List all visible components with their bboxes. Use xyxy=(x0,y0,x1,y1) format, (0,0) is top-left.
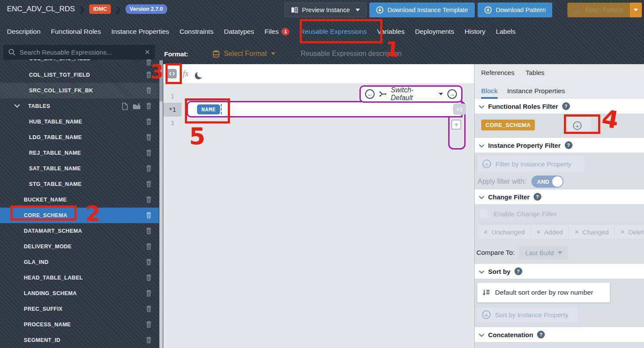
code-view-icon[interactable] xyxy=(167,69,177,78)
list-item[interactable]: PREC_SUFFIX xyxy=(0,301,159,317)
trash-icon[interactable] xyxy=(146,165,152,173)
trash-icon[interactable] xyxy=(146,243,152,251)
help-icon[interactable]: ? xyxy=(534,193,541,201)
help-icon[interactable]: ? xyxy=(562,102,570,110)
expression-description-field[interactable]: Reusable Expression description xyxy=(301,50,401,58)
instance-property-filter-header[interactable]: Instance Property Filter ? xyxy=(475,138,644,153)
breadcrumb-project[interactable]: ENC_ADV_CL_RDS xyxy=(7,5,75,13)
trash-icon[interactable] xyxy=(146,196,152,205)
sidebar-scrollbar-thumb[interactable] xyxy=(159,60,163,101)
fetch-pattern-dropdown-button[interactable] xyxy=(630,3,642,17)
trash-icon[interactable] xyxy=(146,305,152,314)
tab-block[interactable]: Block xyxy=(481,87,498,99)
tab-deployments[interactable]: Deployments xyxy=(415,25,454,43)
tab-instance-properties[interactable]: Instance Properties xyxy=(111,25,169,43)
change-filter-header[interactable]: Change Filter ? xyxy=(475,189,644,204)
list-item[interactable]: HUB_TABLE_NAME xyxy=(0,114,159,130)
filter-by-instance-property-button[interactable]: + Filter by Instance Property xyxy=(478,156,584,172)
trash-icon[interactable] xyxy=(146,336,152,345)
chevron-down-icon[interactable] xyxy=(479,193,484,201)
list-item[interactable]: COL_LIST_SRC_FIELD xyxy=(0,59,159,67)
functional-roles-filter-header[interactable]: Functional Roles Filter ? xyxy=(475,99,644,114)
dark-mode-moon-icon[interactable] xyxy=(197,70,204,78)
search-input[interactable] xyxy=(19,49,141,56)
tab-labels[interactable]: Labels xyxy=(496,25,516,43)
tab-constraints[interactable]: Constraints xyxy=(180,25,214,43)
trash-icon[interactable] xyxy=(146,180,152,189)
list-item[interactable]: STG_TABLE_NAME xyxy=(0,176,159,192)
list-item-selected[interactable]: CORE_SCHEMA xyxy=(0,208,159,223)
sidebar-scrollbar[interactable] xyxy=(159,60,163,348)
tab-reusable-expressions[interactable]: Reusable Expressions xyxy=(300,25,366,43)
trash-icon[interactable] xyxy=(146,71,152,80)
list-item[interactable]: REJ_TABLE_NAME xyxy=(0,145,159,161)
new-folder-icon[interactable] xyxy=(133,103,141,111)
switch-block-row[interactable]: NAME xyxy=(187,101,463,117)
list-item[interactable]: LANDING_SCHEMA xyxy=(0,286,159,301)
list-item[interactable]: SEGMENT_ID xyxy=(0,332,159,348)
preview-instance-button[interactable]: Preview Instance xyxy=(285,3,366,17)
fetch-pattern-button[interactable]: Fetch Pattern xyxy=(567,3,630,17)
trash-icon[interactable] xyxy=(146,102,152,111)
list-item[interactable]: COL_LIST_TGT_FIELD xyxy=(0,67,159,83)
chevron-down-icon[interactable] xyxy=(14,103,20,109)
tab-instance-properties-panel[interactable]: Instance Properties xyxy=(507,87,565,99)
trash-icon[interactable] xyxy=(146,289,152,298)
tab-description[interactable]: Description xyxy=(7,25,41,43)
chevron-down-icon[interactable] xyxy=(439,93,443,95)
chevron-down-icon[interactable] xyxy=(479,268,484,275)
functional-role-chip[interactable]: CORE_SCHEMA xyxy=(481,120,535,130)
chip-unchanged[interactable]: ✕ Unchanged xyxy=(478,225,530,239)
help-icon[interactable]: ? xyxy=(515,267,522,275)
compare-to-dropdown[interactable]: Last Build xyxy=(519,246,568,259)
add-line-button[interactable]: + xyxy=(451,120,461,130)
list-item[interactable]: LDG_TABLE_NAME xyxy=(0,130,159,145)
chip-changed[interactable]: ✕ Changed xyxy=(569,225,614,239)
download-pattern-button[interactable]: Download Pattern xyxy=(478,3,552,17)
trash-icon[interactable] xyxy=(146,321,152,329)
trash-icon[interactable] xyxy=(146,133,152,142)
tab-history[interactable]: History xyxy=(465,25,485,43)
sort-by-header[interactable]: Sort by ? xyxy=(475,264,644,279)
tab-variables[interactable]: Variables xyxy=(377,25,405,43)
add-functional-role-button[interactable]: + xyxy=(563,117,591,134)
trash-icon[interactable] xyxy=(146,87,152,95)
editor-canvas[interactable]: 1 *1 3 NAME ← Switch-Default → +1 + xyxy=(163,83,474,348)
enable-change-filter-checkbox[interactable] xyxy=(480,210,488,218)
trash-icon[interactable] xyxy=(146,227,152,236)
chevron-down-icon[interactable] xyxy=(479,103,484,110)
trash-icon[interactable] xyxy=(146,258,152,267)
and-or-toggle[interactable]: AND xyxy=(531,176,563,188)
list-item[interactable]: DELIVERY_MODE xyxy=(0,239,159,254)
list-item[interactable]: HEAD_TABLE_LABEL xyxy=(0,270,159,286)
list-item[interactable]: DATAMART_SCHEMA xyxy=(0,223,159,239)
list-item[interactable]: PROCESS_NAME xyxy=(0,317,159,332)
trash-icon[interactable] xyxy=(146,118,152,127)
list-item[interactable]: BUCKET_NAME xyxy=(0,192,159,208)
tab-functional-roles[interactable]: Functional Roles xyxy=(51,25,101,43)
prev-branch-icon[interactable]: ← xyxy=(365,89,375,99)
expression-token[interactable]: NAME xyxy=(197,104,220,114)
help-icon[interactable]: ? xyxy=(537,331,545,338)
chip-deleted[interactable]: ✕ Deleted xyxy=(615,225,644,239)
list-item[interactable]: SRC_COL_LIST_FK_BK xyxy=(0,83,159,98)
collapsed-lines-badge[interactable]: +1 xyxy=(453,104,466,115)
tab-files[interactable]: Files 1 xyxy=(265,25,290,43)
download-instance-template-button[interactable]: Download Instance Template xyxy=(369,3,475,17)
concatenation-header[interactable]: Concatenation ? xyxy=(475,327,644,342)
chevron-down-icon[interactable] xyxy=(479,142,484,149)
select-format-dropdown[interactable]: Select Format xyxy=(213,50,276,58)
group-row-tables[interactable]: TABLES xyxy=(0,98,159,114)
function-icon[interactable]: fx xyxy=(183,69,188,78)
trash-icon[interactable] xyxy=(146,211,152,220)
trash-icon[interactable] xyxy=(146,274,152,283)
trash-icon[interactable] xyxy=(146,149,152,158)
chip-added[interactable]: ✕ Added xyxy=(531,225,568,239)
sort-by-instance-property-button[interactable]: + Sort by Instance Property xyxy=(477,307,578,322)
trash-icon[interactable] xyxy=(146,59,152,67)
tab-references[interactable]: References xyxy=(481,69,515,76)
next-branch-icon[interactable]: → xyxy=(447,89,457,99)
clear-search-icon[interactable]: ✕ xyxy=(145,48,150,56)
list-item[interactable]: GLA_IND xyxy=(0,254,159,270)
default-sort-order-button[interactable]: Default sort order by row number xyxy=(477,283,610,302)
